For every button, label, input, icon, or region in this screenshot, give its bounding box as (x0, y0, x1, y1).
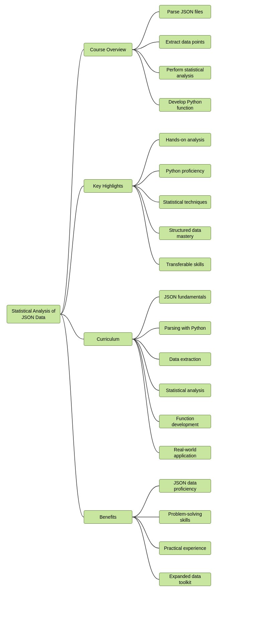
node-curriculum: Curriculum (84, 332, 132, 346)
diagram-container: Statistical Analysis of JSON DataCourse … (0, 0, 268, 644)
node-parsing-python: Parsing with Python (159, 321, 211, 335)
node-struct-data: Structured data mastery (159, 227, 211, 240)
node-stat-tech: Statistical techniques (159, 195, 211, 209)
node-stat-analysis: Statistical analysis (159, 384, 211, 397)
node-extract-data: Extract data points (159, 35, 211, 49)
node-course-overview: Course Overview (84, 43, 132, 56)
node-practical-exp: Practical experience (159, 541, 211, 555)
node-data-extract: Data extraction (159, 352, 211, 366)
node-perform-stat: Perform statistical analysis (159, 66, 211, 79)
node-json-data-prof: JSON data proficiency (159, 479, 211, 493)
node-func-dev: Function development (159, 415, 211, 428)
node-transfer-skills: Transferable skills (159, 258, 211, 271)
node-problem-solving: Problem-solving skills (159, 510, 211, 524)
node-python-prof: Python proficiency (159, 164, 211, 178)
node-expanded-data: Expanded data toolkit (159, 573, 211, 586)
node-parse-json: Parse JSON files (159, 5, 211, 18)
node-hands-on: Hands-on analysis (159, 133, 211, 146)
node-develop-python: Develop Python function (159, 98, 211, 112)
node-root: Statistical Analysis of JSON Data (7, 305, 60, 323)
node-real-world: Real-world application (159, 446, 211, 459)
node-key-highlights: Key Highlights (84, 179, 132, 193)
node-json-fund: JSON fundamentals (159, 290, 211, 304)
node-benefits: Benefits (84, 510, 132, 524)
